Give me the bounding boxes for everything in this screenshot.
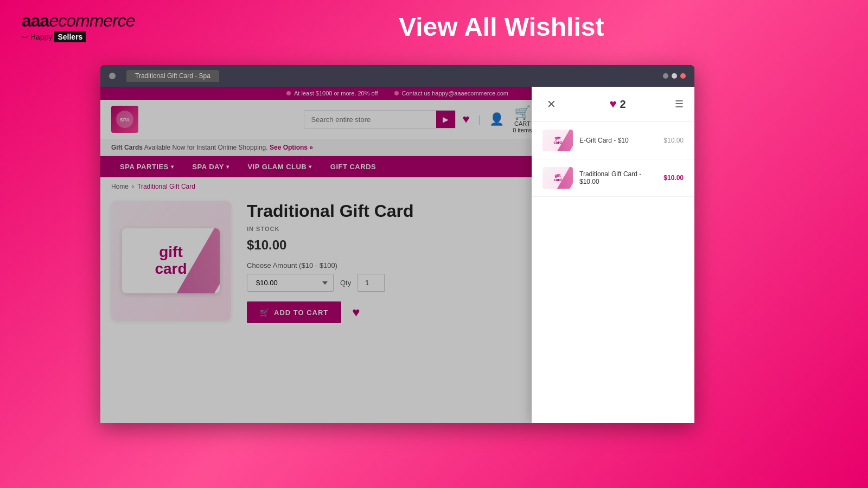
wishlist-header: ✕ ♥ 2 ☰ (532, 87, 694, 122)
dot-gray (109, 73, 116, 79)
browser-tab[interactable]: Traditional Gift Card - Spa (126, 70, 219, 82)
browser-chrome: Traditional Gift Card - Spa (100, 65, 694, 87)
top-bar: aaaecommerce ⌣ Happy Sellers View All Wi… (0, 0, 868, 53)
nav-item-vip-glam[interactable]: VIP GLAM CLUB ▾ (239, 156, 320, 177)
wishlist-count: 2 (620, 98, 626, 111)
window-dot-2 (672, 73, 677, 79)
promo-gift-cards: Gift Cards (111, 144, 143, 151)
divider: | (478, 114, 481, 125)
promo-available-text: Available Now for Instant Online Shoppin… (144, 144, 268, 151)
page-title: View All Wishlist (157, 12, 846, 42)
notif-dot-1 (286, 91, 291, 95)
wishlist-item-name-2: Traditional Gift Card - $10.00 (579, 170, 657, 185)
store-content: At least $1000 or more, 20% off Contact … (100, 87, 694, 423)
window-dot-1 (663, 73, 668, 79)
window-dot-3 (680, 73, 686, 79)
nav-chevron-spa-parties: ▾ (171, 164, 174, 170)
nav-item-spa-day[interactable]: SPA DAY ▾ (183, 156, 238, 177)
search-box: ▶ (304, 110, 456, 129)
cart-area: ♥ | 👤 🛒 CART 0 items (462, 105, 532, 133)
search-button[interactable]: ▶ (436, 111, 455, 128)
wishlist-menu-button[interactable]: ☰ (675, 98, 684, 110)
nav-label-spa-parties: SPA PARTIES (120, 163, 169, 171)
nav-label-spa-day: SPA DAY (192, 163, 224, 171)
nav-label-vip-glam: VIP GLAM CLUB (247, 163, 307, 171)
wishlist-close-button[interactable]: ✕ (542, 95, 560, 113)
svg-text:SPA: SPA (120, 117, 130, 123)
gift-card-text: giftcard (155, 244, 187, 278)
user-icon[interactable]: 👤 (489, 112, 504, 126)
notif-item-1: At least $1000 or more, 20% off (286, 90, 378, 97)
wishlist-item-img-1: giftcard (542, 130, 573, 151)
header-heart-icon[interactable]: ♥ (462, 112, 469, 126)
wish-img-text-1: giftcard (554, 136, 562, 144)
nav-chevron-spa-day: ▾ (226, 164, 229, 170)
amount-select[interactable]: $10.00 $25.00 $50.00 $75.00 $100.00 (247, 274, 334, 292)
notif-text-2: Contact us happy@aaaecommerce.com (402, 90, 508, 97)
wishlist-count-area: ♥ 2 (567, 97, 668, 111)
cart-icon-box[interactable]: 🛒 CART 0 items (513, 105, 532, 133)
nav-label-gift-cards: GIFT CARDS (330, 163, 376, 171)
notif-text-1: At least $1000 or more, 20% off (294, 90, 378, 97)
breadcrumb-current: Traditional Gift Card (137, 183, 195, 190)
breadcrumb-separator: › (132, 183, 134, 190)
browser-dots (109, 73, 116, 79)
store-logo: SPA (111, 106, 138, 133)
wishlist-heart-button[interactable]: ♥ (348, 300, 364, 324)
wish-img-text-2: giftcard (554, 174, 562, 182)
see-options-link[interactable]: See Options » (270, 144, 313, 151)
store-logo-area: SPA (111, 106, 144, 133)
smile-icon: ⌣ (22, 31, 28, 42)
cart-btn-icon: 🛒 (260, 308, 270, 317)
logo-happy: Happy (30, 33, 52, 41)
cart-label: CART (514, 120, 531, 127)
browser-window: Traditional Gift Card - Spa At least $10… (100, 65, 694, 423)
wishlist-item-info-2: Traditional Gift Card - $10.00 (579, 170, 657, 185)
browser-tab-label: Traditional Gift Card - Spa (135, 72, 210, 80)
search-input[interactable] (304, 111, 436, 128)
logo-area: aaaecommerce ⌣ Happy Sellers (22, 11, 135, 42)
notif-item-2: Contact us happy@aaaecommerce.com (394, 90, 508, 97)
nav-chevron-vip-glam: ▾ (309, 164, 312, 170)
wishlist-panel: ✕ ♥ 2 ☰ giftcard E-Gift Card - $10 $10.0… (532, 87, 694, 423)
wishlist-heart-icon: ♥ (609, 97, 616, 111)
logo-sub: ⌣ Happy Sellers (22, 31, 135, 42)
wishlist-item-price-1: $10.00 (663, 137, 684, 144)
logo-prefix: aaa (22, 11, 49, 30)
wishlist-item-1: giftcard E-Gift Card - $10 $10.00 (532, 122, 694, 159)
logo-brand: ecommerce (49, 11, 135, 30)
wishlist-item-price-2: $10.00 (663, 174, 684, 182)
wishlist-item-info-1: E-Gift Card - $10 (579, 137, 657, 144)
logo-sellers: Sellers (54, 31, 86, 42)
wishlist-item-img-2: giftcard (542, 167, 573, 189)
cart-items: 0 items (513, 127, 532, 133)
notif-dot-2 (394, 91, 399, 95)
nav-item-gift-cards[interactable]: GIFT CARDS (322, 156, 385, 177)
wishlist-item-name-1: E-Gift Card - $10 (579, 137, 657, 144)
breadcrumb-home[interactable]: Home (111, 183, 129, 190)
qty-label: Qty (340, 279, 351, 287)
add-to-cart-label: ADD TO CART (274, 309, 328, 317)
product-image: giftcard (111, 201, 231, 320)
wishlist-item-2: giftcard Traditional Gift Card - $10.00 … (532, 159, 694, 197)
nav-item-spa-parties[interactable]: SPA PARTIES ▾ (111, 156, 182, 177)
add-to-cart-button[interactable]: 🛒 ADD TO CART (247, 301, 341, 323)
cart-icon: 🛒 (514, 105, 531, 120)
logo-text: aaaecommerce (22, 11, 135, 31)
gift-card-visual: giftcard (122, 228, 220, 293)
browser-window-controls (663, 73, 686, 79)
qty-input[interactable] (358, 274, 385, 292)
